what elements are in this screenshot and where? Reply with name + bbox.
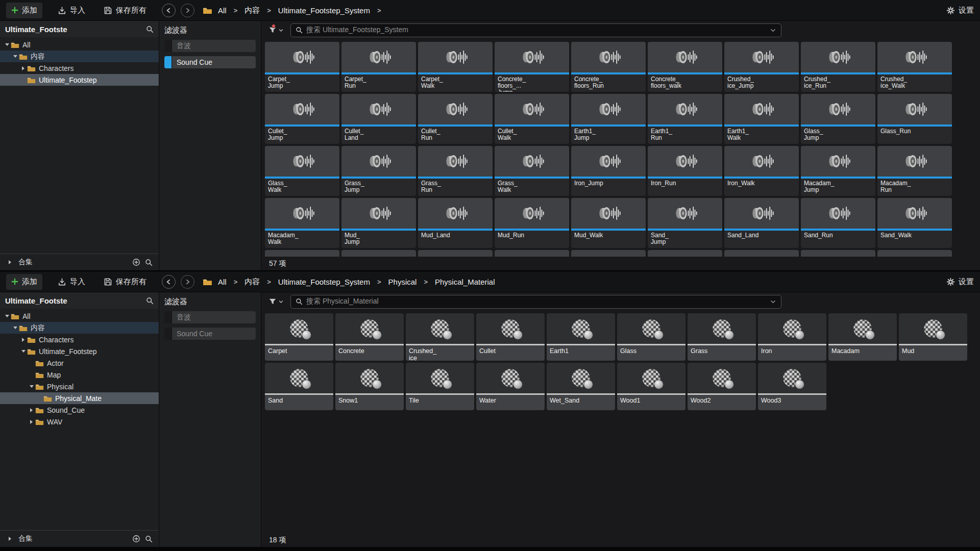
asset-tile-soundcue[interactable]: Macadam_ Walk — [265, 198, 339, 248]
asset-tile-material[interactable]: Carpet — [265, 313, 333, 361]
filter-pill[interactable]: Sound Cue — [164, 328, 256, 340]
breadcrumb-item[interactable]: All — [218, 278, 227, 286]
filter-pill[interactable]: Sound Cue — [164, 56, 256, 68]
asset-tile-soundcue[interactable]: Carpet_ Jump — [265, 42, 339, 92]
asset-tile-soundcue[interactable]: Concrete_ floors_walk — [648, 42, 722, 92]
tree-item[interactable]: 内容 — [0, 322, 159, 334]
asset-tile-soundcue[interactable]: Sand_Walk — [877, 198, 952, 248]
back-button[interactable] — [162, 275, 176, 289]
asset-tile-material[interactable]: Iron — [758, 313, 826, 361]
asset-tile-soundcue[interactable]: Earth1_ Walk — [724, 94, 799, 144]
filter-pill[interactable]: 音波 — [164, 311, 256, 323]
breadcrumb-item[interactable]: Physical — [388, 278, 417, 286]
asset-tile-material[interactable]: Wet_Sand — [547, 363, 615, 410]
search-icon[interactable] — [146, 26, 154, 33]
asset-tile-soundcue[interactable]: Concrete_ floors_Run — [571, 42, 646, 92]
asset-tile-material[interactable]: Tile — [406, 363, 474, 410]
tree-item[interactable]: Physical_Mate — [0, 392, 159, 404]
chevron-collapsed-icon[interactable] — [19, 338, 27, 342]
breadcrumb-item[interactable]: Physical_Material — [435, 278, 495, 286]
asset-tile-material[interactable]: Cullet — [476, 313, 545, 361]
asset-tile-soundcue[interactable] — [495, 250, 569, 257]
forward-button[interactable] — [181, 275, 194, 289]
asset-tile-soundcue[interactable]: Cullet_ Run — [418, 94, 493, 144]
asset-tile-soundcue[interactable] — [571, 250, 646, 257]
asset-tile-material[interactable]: Grass — [688, 313, 756, 361]
asset-tile-soundcue[interactable]: Mud_Run — [495, 198, 569, 248]
settings-button[interactable]: 设置 — [946, 6, 974, 15]
tree-item[interactable]: Map — [0, 369, 159, 381]
settings-button[interactable]: 设置 — [946, 277, 974, 287]
add-button[interactable]: 添加 — [6, 274, 42, 290]
chevron-expanded-icon[interactable] — [28, 385, 35, 388]
chevron-expanded-icon[interactable] — [3, 315, 11, 317]
chevron-collapsed-icon[interactable] — [28, 420, 35, 424]
asset-tile-soundcue[interactable] — [418, 250, 493, 257]
chevron-down-icon[interactable] — [770, 27, 776, 34]
asset-tile-material[interactable]: Earth1 — [547, 313, 615, 361]
asset-tile-soundcue[interactable]: Cullet_ Land — [341, 94, 416, 144]
asset-tile-soundcue[interactable]: Glass_Run — [877, 94, 952, 144]
tree-item[interactable]: All — [0, 310, 159, 322]
asset-tile-soundcue[interactable]: Mud_Walk — [571, 198, 646, 248]
forward-button[interactable] — [181, 4, 194, 17]
asset-tile-soundcue[interactable]: Grass_ Walk — [495, 146, 569, 196]
tree-item[interactable]: Characters — [0, 62, 159, 74]
asset-tile-soundcue[interactable]: Carpet_ Walk — [418, 42, 493, 92]
asset-tile-soundcue[interactable]: Glass_ Walk — [265, 146, 339, 196]
asset-tile-soundcue[interactable]: Crushed_ ice_Walk — [877, 42, 952, 92]
asset-tile-material[interactable]: Crushed_ ice — [406, 313, 474, 361]
breadcrumb-item[interactable]: All — [218, 6, 227, 15]
search-icon[interactable] — [145, 259, 153, 266]
asset-tile-material[interactable]: Water — [476, 363, 545, 410]
asset-tile-soundcue[interactable]: Mud_ Jump — [341, 198, 416, 248]
asset-tile-soundcue[interactable] — [341, 250, 416, 257]
chevron-collapsed-icon[interactable] — [28, 408, 35, 412]
asset-tile-material[interactable]: Wood1 — [617, 363, 685, 410]
asset-tile-soundcue[interactable]: Earth1_ Run — [648, 94, 722, 144]
breadcrumb-item[interactable]: Ultimate_Footstep_System — [278, 278, 370, 286]
search-icon[interactable] — [146, 297, 154, 305]
filter-pill-checkbox[interactable] — [164, 328, 172, 340]
asset-tile-soundcue[interactable]: Iron_Run — [648, 146, 722, 196]
chevron-collapsed-icon[interactable] — [6, 260, 14, 264]
asset-tile-material[interactable]: Mud — [899, 313, 967, 361]
asset-tile-soundcue[interactable] — [265, 250, 339, 257]
asset-tile-material[interactable]: Sand — [265, 363, 333, 410]
tree-item[interactable]: Ultimate_Footstep — [0, 345, 159, 357]
tree-item[interactable]: Characters — [0, 334, 159, 345]
import-button[interactable]: 导入 — [53, 274, 90, 290]
filter-menu-button[interactable] — [266, 296, 286, 307]
search-input[interactable]: 搜索 Physical_Material — [290, 295, 781, 309]
filter-pill-checkbox[interactable] — [164, 40, 172, 52]
add-button[interactable]: 添加 — [6, 3, 42, 18]
asset-tile-material[interactable]: Wood2 — [688, 363, 756, 410]
tree-item[interactable]: WAV — [0, 416, 159, 428]
save-all-button[interactable]: 保存所有 — [99, 3, 152, 18]
tree-item[interactable]: Physical — [0, 381, 159, 392]
asset-tile-material[interactable]: Glass — [617, 313, 685, 361]
asset-tile-soundcue[interactable]: Carpet_ Run — [341, 42, 416, 92]
asset-tile-soundcue[interactable]: Grass_ Jump — [341, 146, 416, 196]
asset-tile-soundcue[interactable]: Mud_Land — [418, 198, 493, 248]
asset-tile-soundcue[interactable]: Glass_ Jump — [801, 94, 875, 144]
tree-item[interactable]: Ultimate_Footstep — [0, 74, 159, 86]
asset-tile-soundcue[interactable]: Sand_Land — [724, 198, 799, 248]
chevron-collapsed-icon[interactable] — [19, 66, 27, 70]
back-button[interactable] — [162, 4, 176, 17]
filter-pill-checkbox[interactable] — [164, 311, 172, 323]
asset-tile-material[interactable]: Snow1 — [335, 363, 404, 410]
asset-tile-soundcue[interactable]: Grass_ Run — [418, 146, 493, 196]
filter-pill[interactable]: 音波 — [164, 40, 256, 52]
search-icon[interactable] — [145, 535, 153, 543]
filter-menu-button[interactable] — [266, 24, 286, 36]
chevron-expanded-icon[interactable] — [19, 350, 27, 353]
asset-tile-soundcue[interactable]: Crushed_ ice_Run — [801, 42, 875, 92]
tree-item[interactable]: Actor — [0, 357, 159, 369]
add-collection-icon[interactable] — [132, 258, 140, 266]
asset-tile-soundcue[interactable]: Sand_ Jump — [648, 198, 722, 248]
tree-item[interactable]: All — [0, 39, 159, 51]
asset-tile-material[interactable]: Wood3 — [758, 363, 826, 410]
tree-item[interactable]: Sound_Cue — [0, 404, 159, 416]
asset-tile-soundcue[interactable]: Cullet_ Walk — [495, 94, 569, 144]
